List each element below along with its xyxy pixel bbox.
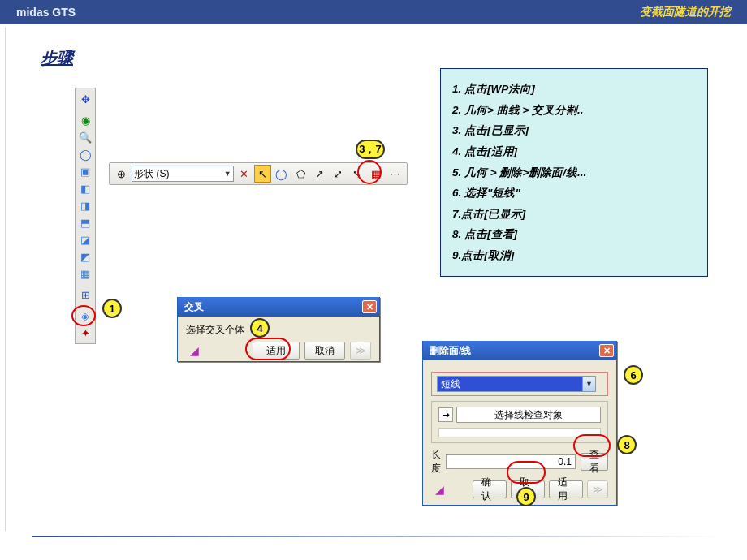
shape-select-label: 形状 (S) [134, 167, 169, 181]
highlight-37 [357, 160, 382, 184]
instruction-item: 1. 点击[WP法向] [452, 79, 696, 100]
cube-back-icon[interactable]: ▦ [76, 265, 94, 282]
cross-label: 选择交叉个体 [186, 323, 371, 337]
cube-iso2-icon[interactable]: ◩ [76, 248, 94, 265]
rotate-icon[interactable]: ✦ [76, 325, 94, 341]
pick-icon[interactable]: ↗ [311, 165, 328, 183]
arrow-icon[interactable]: ➜ [438, 407, 453, 422]
cube-front-icon[interactable]: ◧ [76, 180, 94, 196]
close-icon[interactable]: ✕ [599, 344, 614, 357]
eraser-icon[interactable]: ◢ [186, 342, 202, 359]
line-type-combo[interactable]: 短线 ▼ [437, 376, 596, 392]
apply-button[interactable]: 适用 [549, 480, 583, 498]
eraser-icon[interactable]: ◢ [431, 481, 447, 498]
close-icon[interactable]: ✕ [362, 300, 377, 313]
instruction-item: 2. 几何> 曲线 > 交叉分割.. [452, 100, 696, 121]
separator2-icon [76, 282, 94, 286]
callout-4: 4 [250, 318, 270, 338]
cancel-button[interactable]: 取消 [304, 342, 345, 360]
callout-37: 3，7 [356, 140, 385, 159]
callout-8: 8 [617, 435, 637, 454]
header-bar: midas GTS 变截面隧道的开挖 [0, 0, 747, 24]
wp-normal-icon[interactable]: ⊞ [76, 286, 94, 303]
chevron-down-icon: ▼ [582, 377, 595, 391]
arrow-button[interactable]: ≫ [350, 342, 371, 360]
select-icon[interactable]: ↖ [254, 165, 271, 183]
shape-select[interactable]: 形状 (S) ▼ [132, 166, 233, 182]
more-icon[interactable]: ⋯ [386, 165, 404, 183]
delete-dialog-titlebar: 删除面/线 ✕ [423, 341, 616, 360]
combo-value: 短线 [441, 377, 460, 391]
cube-iso1-icon[interactable]: ◪ [76, 231, 94, 248]
cross-dialog-titlebar: 交叉 ✕ [178, 297, 379, 317]
delete-dialog-title: 删除面/线 [430, 344, 471, 358]
chevron-down-icon: ▼ [224, 170, 231, 178]
clear-icon[interactable]: ✕ [235, 165, 253, 183]
callout-6: 6 [624, 365, 643, 385]
page-edge [5, 28, 8, 531]
cube-icon[interactable]: ▣ [76, 163, 94, 179]
callout-9: 9 [516, 487, 536, 506]
cube-side-icon[interactable]: ◨ [76, 197, 94, 213]
doc-title: 变截面隧道的开挖 [640, 5, 731, 19]
instruction-item: 4. 点击[适用] [452, 141, 696, 162]
instruction-item: 7.点击[已显示] [452, 204, 696, 225]
view-green-icon[interactable]: ◉ [76, 112, 94, 128]
length-label: 长度 [431, 448, 441, 476]
highlight-9 [507, 461, 546, 484]
steps-heading: 步骤 [41, 47, 73, 69]
select-line-label: 选择线检查对象 [456, 407, 601, 423]
highlight-4 [245, 338, 291, 360]
cross-dialog-title: 交叉 [184, 300, 204, 314]
ok-button[interactable]: 确认 [473, 480, 507, 498]
selection-list [438, 428, 601, 437]
separator-icon [76, 108, 94, 111]
instruction-item: 9.点击[取消] [452, 245, 696, 266]
highlight-8 [573, 434, 611, 457]
cube-top-icon[interactable]: ⬒ [76, 214, 94, 230]
globe-icon[interactable]: ⊕ [113, 165, 130, 183]
app-title: midas GTS [16, 6, 76, 19]
instruction-item: 8. 点击[查看] [452, 224, 696, 245]
instructions-box: 1. 点击[WP法向] 2. 几何> 曲线 > 交叉分割.. 3. 点击[已显示… [440, 68, 708, 277]
zoom-icon[interactable]: 🔍 [76, 129, 94, 145]
circle-tool-icon[interactable]: ◯ [273, 165, 290, 183]
pick2-icon[interactable]: ⤢ [330, 165, 347, 183]
instruction-item: 6. 选择"短线" [452, 183, 696, 204]
polygon-tool-icon[interactable]: ⬠ [291, 165, 309, 183]
instructions-list: 1. 点击[WP法向] 2. 几何> 曲线 > 交叉分割.. 3. 点击[已显示… [452, 79, 696, 266]
callout-1: 1 [102, 299, 122, 318]
highlight-1 [71, 305, 96, 326]
axes-icon[interactable]: ✥ [76, 91, 94, 107]
circle-blue-icon[interactable]: ◯ [76, 146, 94, 162]
combo-fieldset: 短线 ▼ [431, 372, 608, 396]
instruction-item: 5. 几何 > 删除>删除面/线... [452, 162, 696, 183]
arrow-button[interactable]: ≫ [587, 480, 608, 498]
instruction-item: 3. 点击[已显示] [452, 120, 696, 141]
footer-divider [32, 536, 723, 537]
